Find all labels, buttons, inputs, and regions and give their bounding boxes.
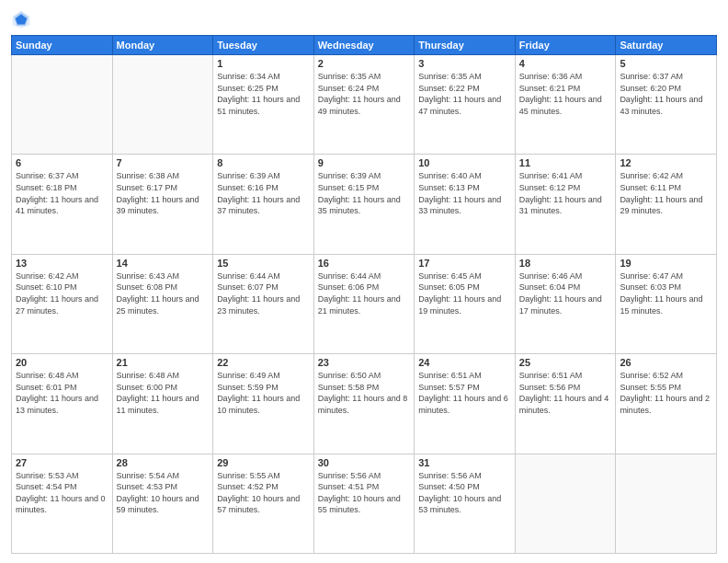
- calendar-cell: 31Sunrise: 5:56 AM Sunset: 4:50 PM Dayli…: [415, 454, 516, 553]
- day-number: 29: [217, 457, 310, 468]
- calendar-cell: 13Sunrise: 6:42 AM Sunset: 6:10 PM Dayli…: [12, 254, 113, 353]
- day-info: Sunrise: 6:37 AM Sunset: 6:18 PM Dayligh…: [16, 170, 108, 216]
- calendar-week-row: 6Sunrise: 6:37 AM Sunset: 6:18 PM Daylig…: [12, 155, 717, 254]
- day-number: 28: [117, 457, 210, 468]
- day-info: Sunrise: 6:36 AM Sunset: 6:21 PM Dayligh…: [519, 71, 612, 117]
- calendar-cell: 27Sunrise: 5:53 AM Sunset: 4:54 PM Dayli…: [12, 454, 113, 553]
- logo: [11, 9, 35, 29]
- day-number: 14: [117, 258, 210, 269]
- day-info: Sunrise: 6:37 AM Sunset: 6:20 PM Dayligh…: [620, 71, 712, 117]
- day-number: 9: [318, 157, 411, 168]
- day-number: 21: [117, 357, 210, 368]
- calendar-cell: 21Sunrise: 6:48 AM Sunset: 6:00 PM Dayli…: [112, 354, 213, 454]
- calendar-cell: 16Sunrise: 6:44 AM Sunset: 6:06 PM Dayli…: [313, 254, 415, 353]
- day-number: 25: [519, 357, 612, 368]
- day-info: Sunrise: 6:52 AM Sunset: 5:55 PM Dayligh…: [620, 370, 712, 416]
- day-info: Sunrise: 6:47 AM Sunset: 6:03 PM Dayligh…: [620, 270, 712, 316]
- calendar-day-header: Sunday: [12, 36, 113, 55]
- calendar-cell: [12, 55, 113, 155]
- day-info: Sunrise: 6:48 AM Sunset: 6:01 PM Dayligh…: [16, 370, 108, 416]
- calendar-cell: 23Sunrise: 6:50 AM Sunset: 5:58 PM Dayli…: [313, 354, 415, 454]
- day-info: Sunrise: 6:39 AM Sunset: 6:16 PM Dayligh…: [217, 170, 310, 216]
- day-info: Sunrise: 6:49 AM Sunset: 5:59 PM Dayligh…: [217, 370, 310, 416]
- calendar-cell: 24Sunrise: 6:51 AM Sunset: 5:57 PM Dayli…: [415, 354, 516, 454]
- calendar-cell: [616, 454, 717, 553]
- day-number: 18: [519, 258, 612, 269]
- calendar-cell: 19Sunrise: 6:47 AM Sunset: 6:03 PM Dayli…: [616, 254, 717, 353]
- day-info: Sunrise: 5:56 AM Sunset: 4:50 PM Dayligh…: [418, 470, 511, 516]
- calendar-cell: 18Sunrise: 6:46 AM Sunset: 6:04 PM Dayli…: [515, 254, 616, 353]
- calendar-cell: 4Sunrise: 6:36 AM Sunset: 6:21 PM Daylig…: [515, 55, 616, 155]
- page: SundayMondayTuesdayWednesdayThursdayFrid…: [0, 0, 728, 563]
- day-info: Sunrise: 6:34 AM Sunset: 6:25 PM Dayligh…: [217, 71, 310, 117]
- calendar-cell: 25Sunrise: 6:51 AM Sunset: 5:56 PM Dayli…: [515, 354, 616, 454]
- day-info: Sunrise: 6:40 AM Sunset: 6:13 PM Dayligh…: [418, 170, 511, 216]
- day-number: 17: [418, 258, 511, 269]
- day-info: Sunrise: 5:54 AM Sunset: 4:53 PM Dayligh…: [117, 470, 210, 516]
- day-number: 13: [16, 258, 108, 269]
- day-number: 5: [620, 58, 712, 69]
- day-number: 7: [117, 157, 210, 168]
- day-number: 1: [217, 58, 310, 69]
- calendar-cell: 29Sunrise: 5:55 AM Sunset: 4:52 PM Dayli…: [213, 454, 314, 553]
- calendar-week-row: 1Sunrise: 6:34 AM Sunset: 6:25 PM Daylig…: [12, 55, 717, 155]
- calendar-cell: 3Sunrise: 6:35 AM Sunset: 6:22 PM Daylig…: [415, 55, 516, 155]
- day-info: Sunrise: 6:35 AM Sunset: 6:22 PM Dayligh…: [418, 71, 511, 117]
- day-info: Sunrise: 6:38 AM Sunset: 6:17 PM Dayligh…: [117, 170, 210, 216]
- day-info: Sunrise: 6:44 AM Sunset: 6:07 PM Dayligh…: [217, 270, 310, 316]
- logo-icon: [11, 9, 31, 29]
- calendar-cell: 7Sunrise: 6:38 AM Sunset: 6:17 PM Daylig…: [112, 155, 213, 254]
- calendar-day-header: Monday: [112, 36, 213, 55]
- header: [11, 9, 717, 29]
- day-number: 3: [418, 58, 511, 69]
- calendar-cell: 5Sunrise: 6:37 AM Sunset: 6:20 PM Daylig…: [616, 55, 717, 155]
- calendar-cell: [112, 55, 213, 155]
- day-number: 24: [418, 357, 511, 368]
- day-number: 6: [16, 157, 108, 168]
- calendar-cell: 1Sunrise: 6:34 AM Sunset: 6:25 PM Daylig…: [213, 55, 314, 155]
- day-number: 4: [519, 58, 612, 69]
- calendar-cell: 26Sunrise: 6:52 AM Sunset: 5:55 PM Dayli…: [616, 354, 717, 454]
- calendar-day-header: Tuesday: [213, 36, 314, 55]
- calendar-cell: 17Sunrise: 6:45 AM Sunset: 6:05 PM Dayli…: [415, 254, 516, 353]
- calendar-cell: 30Sunrise: 5:56 AM Sunset: 4:51 PM Dayli…: [313, 454, 415, 553]
- day-number: 12: [620, 157, 712, 168]
- day-number: 20: [16, 357, 108, 368]
- day-number: 15: [217, 258, 310, 269]
- day-number: 16: [318, 258, 411, 269]
- calendar-cell: 12Sunrise: 6:42 AM Sunset: 6:11 PM Dayli…: [616, 155, 717, 254]
- day-info: Sunrise: 5:56 AM Sunset: 4:51 PM Dayligh…: [318, 470, 411, 516]
- calendar-cell: 6Sunrise: 6:37 AM Sunset: 6:18 PM Daylig…: [12, 155, 113, 254]
- calendar-day-header: Wednesday: [313, 36, 415, 55]
- day-number: 11: [519, 157, 612, 168]
- day-number: 27: [16, 457, 108, 468]
- calendar-cell: 28Sunrise: 5:54 AM Sunset: 4:53 PM Dayli…: [112, 454, 213, 553]
- day-number: 19: [620, 258, 712, 269]
- day-info: Sunrise: 6:48 AM Sunset: 6:00 PM Dayligh…: [117, 370, 210, 416]
- day-info: Sunrise: 6:35 AM Sunset: 6:24 PM Dayligh…: [318, 71, 411, 117]
- day-info: Sunrise: 6:50 AM Sunset: 5:58 PM Dayligh…: [318, 370, 411, 416]
- calendar-cell: 22Sunrise: 6:49 AM Sunset: 5:59 PM Dayli…: [213, 354, 314, 454]
- calendar-cell: 9Sunrise: 6:39 AM Sunset: 6:15 PM Daylig…: [313, 155, 415, 254]
- calendar-week-row: 13Sunrise: 6:42 AM Sunset: 6:10 PM Dayli…: [12, 254, 717, 353]
- day-info: Sunrise: 6:42 AM Sunset: 6:11 PM Dayligh…: [620, 170, 712, 216]
- calendar-cell: 10Sunrise: 6:40 AM Sunset: 6:13 PM Dayli…: [415, 155, 516, 254]
- day-number: 8: [217, 157, 310, 168]
- calendar-day-header: Saturday: [616, 36, 717, 55]
- day-info: Sunrise: 6:39 AM Sunset: 6:15 PM Dayligh…: [318, 170, 411, 216]
- day-info: Sunrise: 6:46 AM Sunset: 6:04 PM Dayligh…: [519, 270, 612, 316]
- day-number: 31: [418, 457, 511, 468]
- day-info: Sunrise: 6:45 AM Sunset: 6:05 PM Dayligh…: [418, 270, 511, 316]
- day-info: Sunrise: 6:41 AM Sunset: 6:12 PM Dayligh…: [519, 170, 612, 216]
- calendar-cell: [515, 454, 616, 553]
- day-info: Sunrise: 6:51 AM Sunset: 5:56 PM Dayligh…: [519, 370, 612, 416]
- calendar-cell: 14Sunrise: 6:43 AM Sunset: 6:08 PM Dayli…: [112, 254, 213, 353]
- day-number: 30: [318, 457, 411, 468]
- day-number: 2: [318, 58, 411, 69]
- day-info: Sunrise: 6:51 AM Sunset: 5:57 PM Dayligh…: [418, 370, 511, 416]
- calendar-header-row: SundayMondayTuesdayWednesdayThursdayFrid…: [12, 36, 717, 55]
- calendar-table: SundayMondayTuesdayWednesdayThursdayFrid…: [11, 35, 717, 554]
- calendar-cell: 8Sunrise: 6:39 AM Sunset: 6:16 PM Daylig…: [213, 155, 314, 254]
- day-info: Sunrise: 5:53 AM Sunset: 4:54 PM Dayligh…: [16, 470, 108, 516]
- calendar-day-header: Friday: [515, 36, 616, 55]
